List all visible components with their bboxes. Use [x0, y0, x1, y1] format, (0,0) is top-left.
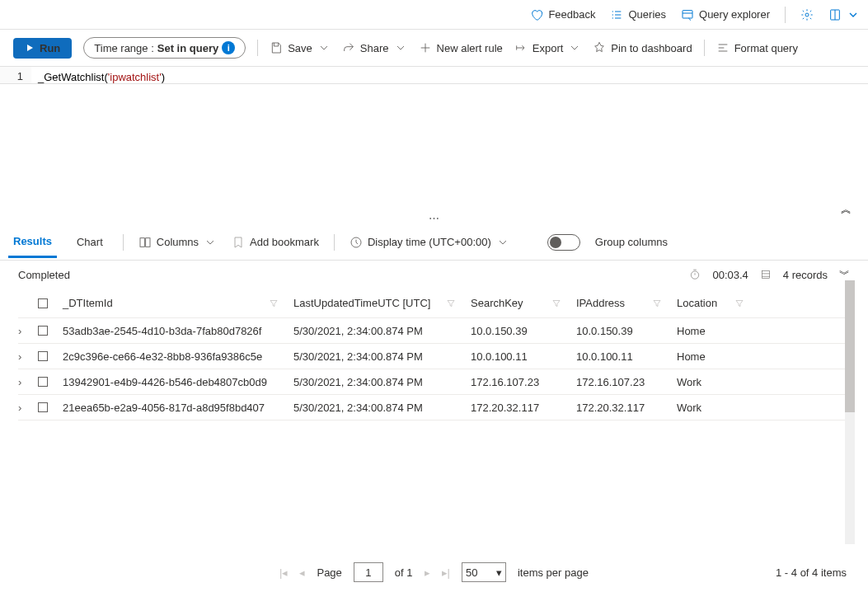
feedback-link[interactable]: Feedback: [530, 8, 595, 21]
last-page-button[interactable]: ▸|: [442, 566, 450, 579]
columns-icon: [138, 236, 152, 249]
col-dtitemid[interactable]: _DTItemId: [63, 297, 113, 309]
share-button[interactable]: Share: [342, 41, 407, 54]
filter-icon[interactable]: [446, 298, 456, 308]
run-button[interactable]: Run: [13, 38, 72, 59]
table-row[interactable]: ›13942901-e4b9-4426-b546-deb4807cb0d95/3…: [18, 369, 850, 395]
book-icon: [828, 8, 842, 21]
cell-time: 5/30/2021, 2:34:00.874 PM: [293, 402, 471, 414]
select-all-checkbox[interactable]: [38, 298, 48, 308]
columns-button[interactable]: Columns: [138, 236, 217, 249]
query-explorer-link[interactable]: Query explorer: [681, 8, 770, 21]
save-icon: [270, 41, 283, 54]
group-columns-label: Group columns: [595, 236, 668, 248]
format-label: Format query: [734, 42, 798, 54]
table-header: _DTItemId LastUpdatedTimeUTC [UTC] Searc…: [18, 289, 850, 318]
panels-button[interactable]: [828, 8, 860, 21]
display-time-label: Display time (UTC+00:00): [368, 236, 491, 248]
export-button[interactable]: Export: [514, 41, 582, 54]
col-location[interactable]: Location: [677, 297, 717, 309]
collapse-up-icon[interactable]: ︽: [841, 202, 852, 217]
filter-icon[interactable]: [652, 298, 662, 308]
col-searchkey[interactable]: SearchKey: [471, 297, 523, 309]
first-page-button[interactable]: |◂: [279, 566, 288, 579]
share-icon: [342, 41, 355, 54]
divider: [704, 40, 705, 56]
pin-button[interactable]: Pin to dashboard: [593, 41, 692, 54]
row-checkbox[interactable]: [38, 326, 48, 336]
heart-icon: [530, 8, 543, 21]
chevron-down-icon: [317, 41, 331, 54]
new-alert-button[interactable]: New alert rule: [419, 41, 503, 54]
pager-summary: 1 - 4 of 4 items: [776, 566, 847, 579]
svg-rect-4: [145, 237, 149, 247]
filter-icon[interactable]: [551, 298, 561, 308]
next-page-button[interactable]: ▸: [425, 566, 430, 579]
status-text: Completed: [18, 269, 70, 281]
gear-icon: [800, 8, 814, 21]
scrollbar[interactable]: [845, 280, 855, 544]
records-icon: [760, 269, 772, 280]
col-ipaddress[interactable]: IPAddress: [576, 297, 625, 309]
time-range-pill[interactable]: Time range : Set in query i: [83, 37, 246, 59]
info-icon: i: [222, 41, 235, 54]
page-input[interactable]: [354, 562, 383, 582]
line-gutter: 1: [0, 67, 31, 83]
cell-searchkey: 172.16.107.23: [471, 376, 576, 388]
columns-label: Columns: [157, 236, 199, 248]
cell-ip: 10.0.100.11: [576, 350, 677, 363]
bookmark-icon: [232, 236, 245, 249]
col-lastupdated[interactable]: LastUpdatedTimeUTC [UTC]: [293, 297, 430, 309]
table-row[interactable]: ›21eea65b-e2a9-4056-817d-a8d95f8bd4075/3…: [18, 395, 850, 421]
save-button[interactable]: Save: [270, 41, 331, 54]
pin-label: Pin to dashboard: [611, 42, 692, 54]
tab-results[interactable]: Results: [8, 227, 57, 258]
filter-icon[interactable]: [269, 298, 279, 308]
tab-chart[interactable]: Chart: [72, 228, 108, 256]
stopwatch-icon: [689, 269, 701, 280]
format-button[interactable]: Format query: [716, 41, 798, 54]
cell-ip: 172.20.32.117: [576, 402, 677, 414]
group-columns-toggle[interactable]: [547, 234, 580, 251]
svg-rect-0: [683, 10, 692, 17]
cell-ip: 10.0.150.39: [576, 325, 677, 337]
chevron-down-icon: [204, 236, 217, 249]
cell-location: Home: [677, 350, 759, 363]
cell-time: 5/30/2021, 2:34:00.874 PM: [293, 350, 471, 363]
export-label: Export: [533, 42, 564, 54]
time-range-value: Set in query: [157, 42, 218, 54]
queries-link[interactable]: Queries: [610, 8, 666, 21]
page-of: of 1: [395, 566, 413, 579]
duration-text: 00:03.4: [712, 269, 748, 281]
display-time-button[interactable]: Display time (UTC+00:00): [350, 236, 509, 249]
cell-searchkey: 172.20.32.117: [471, 402, 576, 414]
cell-dtitemid: 2c9c396e-ce66-4e32-8bb8-936fa9386c5e: [63, 350, 293, 363]
page-size-select[interactable]: 50▾: [462, 562, 506, 582]
table-row[interactable]: ›2c9c396e-ce66-4e32-8bb8-936fa9386c5e5/3…: [18, 344, 850, 369]
row-checkbox[interactable]: [38, 351, 48, 361]
expand-row-icon[interactable]: ›: [18, 402, 38, 414]
expand-row-icon[interactable]: ›: [18, 325, 38, 337]
records-text: 4 records: [783, 269, 828, 281]
row-checkbox[interactable]: [38, 402, 48, 412]
table-row[interactable]: ›53adb3ae-2545-4d10-b3da-7fab80d7826f5/3…: [18, 318, 850, 344]
settings-button[interactable]: [800, 8, 814, 21]
divider: [785, 7, 786, 23]
query-editor[interactable]: 1 _GetWatchlist('ipwatchlist'): [0, 66, 868, 84]
prev-page-button[interactable]: ◂: [299, 566, 305, 579]
cell-location: Work: [677, 402, 759, 414]
save-label: Save: [288, 42, 312, 54]
expand-row-icon[interactable]: ›: [18, 376, 38, 388]
splitter[interactable]: ⋯ ︽: [0, 212, 868, 224]
page-label: Page: [317, 566, 341, 579]
feedback-label: Feedback: [548, 8, 595, 21]
time-range-label: Time range :: [94, 42, 154, 54]
filter-icon[interactable]: [734, 298, 744, 308]
svg-rect-7: [762, 270, 769, 278]
chevron-down-icon: [847, 8, 860, 21]
add-bookmark-button: Add bookmark: [232, 236, 319, 249]
bookmark-label: Add bookmark: [250, 236, 319, 248]
row-checkbox[interactable]: [38, 377, 48, 387]
explorer-label: Query explorer: [699, 8, 770, 21]
expand-row-icon[interactable]: ›: [18, 350, 38, 363]
